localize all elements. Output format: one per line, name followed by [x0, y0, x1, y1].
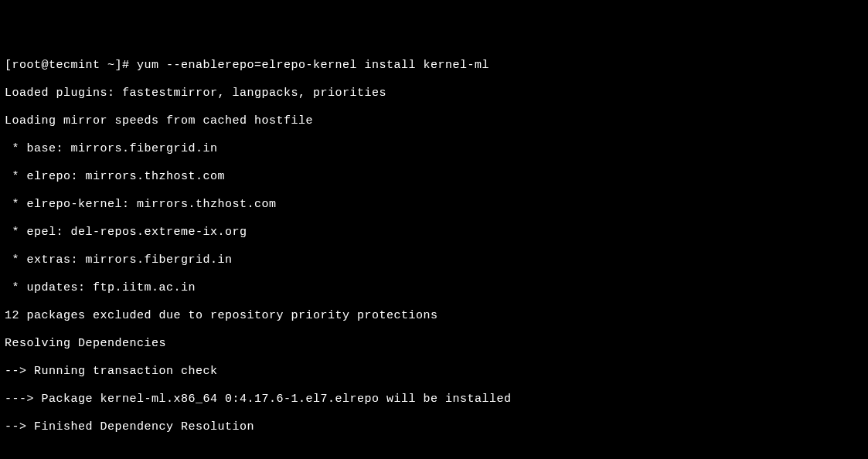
output-line: * updates: ftp.iitm.ac.in [5, 281, 863, 295]
output-line: * extras: mirrors.fibergrid.in [5, 253, 863, 267]
output-line: Loading mirror speeds from cached hostfi… [5, 114, 863, 128]
command-text: yum --enablerepo=elrepo-kernel install k… [137, 59, 489, 72]
output-line: ---> Package kernel-ml.x86_64 0:4.17.6-1… [5, 393, 863, 406]
command-line: [root@tecmint ~]# yum --enablerepo=elrep… [5, 59, 863, 73]
output-line: --> Running transaction check [5, 365, 863, 379]
output-line: 12 packages excluded due to repository p… [5, 309, 863, 323]
output-line: Loaded plugins: fastestmirror, langpacks… [5, 87, 863, 100]
output-line: * elrepo: mirrors.thzhost.com [5, 170, 863, 184]
output-line: Resolving Dependencies [5, 337, 863, 351]
shell-prompt: [root@tecmint ~]# [5, 59, 137, 72]
output-line: * epel: del-repos.extreme-ix.org [5, 226, 863, 240]
output-line: * elrepo-kernel: mirrors.thzhost.com [5, 198, 863, 212]
output-line: --> Finished Dependency Resolution [5, 420, 863, 434]
output-line: * base: mirrors.fibergrid.in [5, 142, 863, 156]
